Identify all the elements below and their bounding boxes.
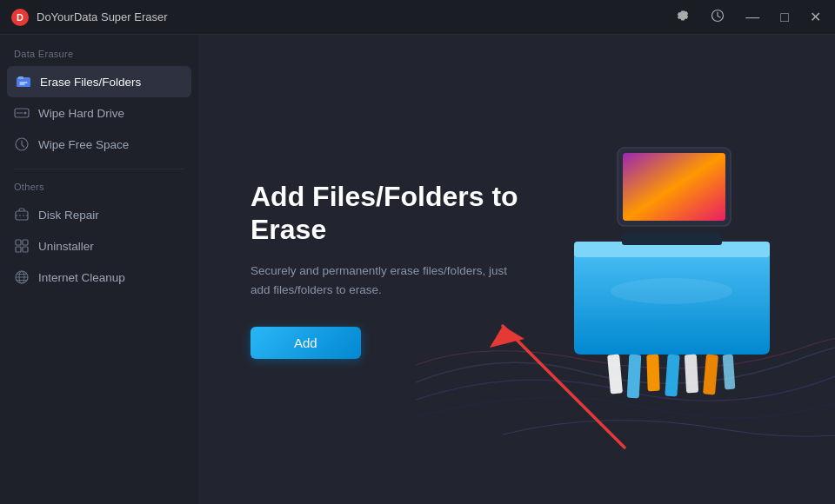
app-title: DoYourData Super Eraser bbox=[37, 10, 672, 23]
svg-rect-25 bbox=[646, 355, 659, 391]
svg-rect-24 bbox=[627, 355, 642, 399]
settings-button[interactable] bbox=[672, 7, 693, 27]
svg-rect-10 bbox=[16, 240, 21, 245]
sidebar-divider bbox=[14, 169, 184, 169]
sidebar-item-disk-repair[interactable]: Disk Repair bbox=[0, 199, 198, 230]
sidebar-item-erase-files[interactable]: Erase Files/Folders bbox=[7, 66, 191, 97]
window-controls: — □ ✕ bbox=[672, 7, 825, 27]
svg-rect-23 bbox=[607, 354, 623, 394]
add-button[interactable]: Add bbox=[250, 327, 361, 359]
grid-icon bbox=[14, 238, 30, 254]
maximize-button[interactable]: □ bbox=[777, 9, 792, 26]
shredder-illustration bbox=[557, 139, 783, 400]
main-description: Securely and permanently erase files/fol… bbox=[250, 262, 529, 299]
history-button[interactable] bbox=[707, 7, 728, 27]
sidebar-item-internet-cleanup[interactable]: Internet Cleanup bbox=[0, 262, 198, 293]
folder-shred-icon bbox=[16, 74, 31, 90]
svg-rect-29 bbox=[723, 355, 736, 390]
close-button[interactable]: ✕ bbox=[806, 9, 825, 26]
hard-drive-icon bbox=[14, 105, 30, 121]
svg-rect-20 bbox=[623, 153, 725, 221]
main-title: Add Files/Folders to Erase bbox=[250, 180, 581, 247]
globe-icon bbox=[14, 269, 30, 285]
sidebar-item-erase-files-label: Erase Files/Folders bbox=[40, 76, 141, 89]
svg-text:D: D bbox=[17, 12, 23, 23]
svg-rect-12 bbox=[16, 247, 21, 252]
svg-rect-27 bbox=[685, 355, 698, 394]
sidebar-item-disk-repair-label: Disk Repair bbox=[38, 209, 99, 222]
others-label: Others bbox=[0, 182, 198, 199]
svg-point-7 bbox=[24, 112, 27, 115]
svg-rect-11 bbox=[23, 240, 28, 245]
sidebar-item-uninstaller-label: Uninstaller bbox=[38, 240, 94, 253]
svg-rect-28 bbox=[703, 354, 718, 395]
sidebar-item-uninstaller[interactable]: Uninstaller bbox=[0, 230, 198, 262]
sidebar: Data Erasure Erase Files/Folders bbox=[0, 35, 198, 504]
svg-point-30 bbox=[611, 278, 732, 304]
main-content: Add Files/Folders to Erase Securely and … bbox=[198, 35, 835, 504]
svg-rect-26 bbox=[665, 355, 679, 397]
app-icon: D bbox=[10, 8, 30, 27]
titlebar: D DoYourData Super Eraser — □ ✕ bbox=[0, 0, 835, 35]
app-layout: Data Erasure Erase Files/Folders bbox=[0, 35, 835, 504]
svg-rect-5 bbox=[18, 76, 23, 79]
clock-circle-icon bbox=[14, 136, 30, 152]
sidebar-item-internet-cleanup-label: Internet Cleanup bbox=[38, 271, 125, 284]
svg-rect-9 bbox=[16, 211, 28, 220]
svg-rect-13 bbox=[23, 247, 28, 252]
sidebar-item-wipe-free-space-label: Wipe Free Space bbox=[38, 138, 129, 151]
briefcase-icon bbox=[14, 207, 30, 222]
minimize-button[interactable]: — bbox=[742, 9, 763, 26]
sidebar-item-wipe-hard-drive-label: Wipe Hard Drive bbox=[38, 107, 124, 120]
svg-rect-22 bbox=[622, 233, 722, 245]
sidebar-item-wipe-free-space[interactable]: Wipe Free Space bbox=[0, 129, 198, 160]
content-area: Add Files/Folders to Erase Securely and … bbox=[250, 180, 581, 360]
data-erasure-label: Data Erasure bbox=[0, 49, 198, 66]
sidebar-item-wipe-hard-drive[interactable]: Wipe Hard Drive bbox=[0, 97, 198, 129]
